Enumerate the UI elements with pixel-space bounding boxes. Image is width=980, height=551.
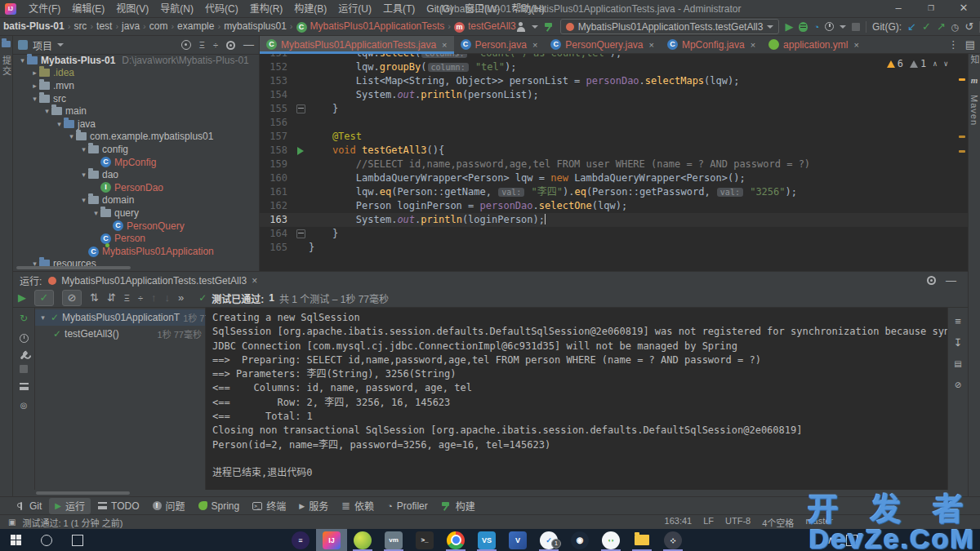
- tree-row[interactable]: ▾Mybatis-Plus-01D:\java\work\Mybatis-Plu…: [13, 54, 259, 67]
- status-item[interactable]: UTF-8: [725, 516, 751, 529]
- toolwindow-toggle-icon[interactable]: ▣: [8, 517, 16, 528]
- taskbar-idea[interactable]: IJ: [316, 529, 347, 551]
- tree-row[interactable]: ▸.idea: [13, 67, 259, 80]
- tree-row[interactable]: CMpConfig: [13, 156, 259, 169]
- build-hammer-icon[interactable]: [544, 21, 555, 32]
- tree-row[interactable]: ▾com.example.mybatisplus01: [13, 131, 259, 144]
- code-line[interactable]: 152 lqw.groupBy(column: "tel");: [260, 60, 968, 74]
- taskbar-steam[interactable]: ◉: [564, 529, 595, 551]
- close-icon[interactable]: ×: [853, 40, 858, 50]
- chevron-down-icon[interactable]: ▾: [55, 120, 64, 128]
- breadcrumb-item[interactable]: CMybatisPlus01ApplicationTests: [296, 20, 445, 32]
- code-line[interactable]: 154 System.out.println(personList);: [260, 88, 968, 102]
- menu-item-2[interactable]: 视图(V): [110, 0, 154, 18]
- git-rollback-button[interactable]: ↺: [964, 21, 973, 33]
- rerun-button[interactable]: ▶: [18, 292, 26, 304]
- expand-all-icon[interactable]: Ξ: [124, 292, 130, 304]
- fold-box-icon[interactable]: [296, 229, 305, 238]
- taskbar-explorer[interactable]: [626, 529, 657, 551]
- run-tab[interactable]: MybatisPlus01ApplicationTests.testGetAll…: [48, 275, 257, 287]
- chevron-down-icon[interactable]: [840, 25, 846, 29]
- editor-tab[interactable]: application.yml×: [762, 36, 866, 53]
- run-hscrollbar[interactable]: [36, 491, 130, 495]
- menu-item-0[interactable]: 文件(F): [23, 0, 66, 18]
- status-item[interactable]: LF: [703, 516, 714, 529]
- next-problem-icon[interactable]: ∨: [944, 58, 948, 69]
- tree-row[interactable]: ▾main: [13, 104, 259, 118]
- wrench-icon[interactable]: [20, 352, 28, 360]
- editor-tab[interactable]: CMpConfig.java×: [661, 36, 762, 53]
- tree-row[interactable]: CMybatisPlus01Application: [13, 245, 259, 258]
- code-line[interactable]: 162 Person loginPerson = personDao.selec…: [260, 199, 968, 213]
- editor-tab[interactable]: CPerson.java×: [454, 36, 545, 53]
- run-gutter-icon[interactable]: [297, 147, 304, 155]
- taskbar-wechat[interactable]: ◖◗: [595, 529, 626, 551]
- debug-button[interactable]: [799, 22, 808, 32]
- soft-wrap-icon[interactable]: ≡: [955, 316, 961, 327]
- close-icon[interactable]: ×: [442, 40, 447, 50]
- clear-console-icon[interactable]: ⊘: [955, 380, 961, 391]
- menu-item-1[interactable]: 编辑(E): [66, 0, 110, 18]
- breadcrumb-item[interactable]: batis-Plus-01: [3, 20, 65, 32]
- fold-icon[interactable]: [292, 102, 309, 116]
- error-stripe[interactable]: [957, 54, 967, 271]
- taskbar-eclipse[interactable]: ≡: [285, 529, 316, 551]
- tree-row[interactable]: ▾query: [13, 207, 259, 220]
- breadcrumb-item[interactable]: mybatisplus01: [224, 20, 287, 32]
- menu-item-3[interactable]: 导航(N): [154, 0, 199, 18]
- list-icon[interactable]: [20, 383, 29, 390]
- previous-test-icon[interactable]: ↑: [151, 292, 157, 304]
- run-console[interactable]: Creating a new SqlSession SqlSession [or…: [206, 308, 947, 490]
- tree-row[interactable]: ▾config: [13, 143, 259, 156]
- breadcrumb-item[interactable]: test: [96, 20, 112, 32]
- toolwindow-button-构建[interactable]: 构建: [435, 498, 481, 514]
- status-item[interactable]: 4个空格: [762, 516, 794, 529]
- breadcrumb-item[interactable]: example: [177, 20, 214, 32]
- close-icon[interactable]: ×: [252, 275, 257, 287]
- toolwindow-button-Git[interactable]: Git: [11, 498, 47, 514]
- expand-all-icon[interactable]: Ξ: [199, 39, 205, 51]
- stop-button[interactable]: [852, 23, 860, 31]
- close-icon[interactable]: ×: [751, 40, 755, 50]
- chevron-down-icon[interactable]: ▾: [42, 107, 51, 115]
- locate-file-icon[interactable]: [181, 40, 191, 50]
- chevron-down-icon[interactable]: ▾: [38, 313, 47, 322]
- hide-panel-icon[interactable]: —: [946, 275, 956, 287]
- code-line[interactable]: 158 void testGetAll3(){: [260, 144, 968, 158]
- code-line[interactable]: 164 }: [260, 227, 968, 241]
- code-line[interactable]: 156: [260, 116, 968, 130]
- chevron-right-icon[interactable]: ▸: [30, 69, 39, 77]
- rerun-icon[interactable]: ↻: [20, 313, 28, 324]
- tree-row[interactable]: IPersonDao: [13, 181, 259, 194]
- code-editor[interactable]: 151 lqw.select(columns: "count(*) as cou…: [260, 54, 968, 271]
- toolwindow-button-终端[interactable]: >_终端: [247, 498, 292, 514]
- test-row[interactable]: ✓testGetAll3()1秒 77毫秒: [35, 326, 205, 342]
- gear-icon[interactable]: [927, 276, 936, 285]
- tree-row[interactable]: ▾domain: [13, 194, 259, 207]
- taskbar-vscode[interactable]: VS: [471, 529, 502, 551]
- code-line[interactable]: 155 }: [260, 102, 968, 116]
- toolwindow-button-Spring[interactable]: Spring: [193, 498, 246, 514]
- test-row[interactable]: ▾✓MybatisPlus01ApplicationT1秒 77毫秒: [35, 309, 205, 326]
- sort-alphabetically-icon[interactable]: ⇅: [90, 292, 99, 304]
- taskbar-app-grid[interactable]: ⁘: [657, 529, 688, 551]
- pin-icon[interactable]: ◎: [20, 400, 28, 411]
- chevron-down-icon[interactable]: [532, 25, 538, 29]
- chevron-down-icon[interactable]: [57, 43, 64, 47]
- tree-row[interactable]: CPerson: [13, 232, 259, 245]
- status-item[interactable]: master: [805, 516, 833, 529]
- run-configuration-select[interactable]: MybatisPlus01ApplicationTests.testGetAll…: [560, 19, 780, 34]
- minimize-button[interactable]: –: [882, 0, 915, 17]
- tree-row[interactable]: ▾java: [13, 118, 259, 131]
- user-icon[interactable]: [516, 22, 526, 32]
- code-line[interactable]: 151 lqw.select(columns: "count(*) as cou…: [260, 54, 968, 60]
- next-test-icon[interactable]: ↓: [165, 292, 171, 304]
- status-message[interactable]: 测试通过: 1 (1 分钟 之前): [22, 516, 122, 529]
- editor-tab[interactable]: CPersonQuery.java×: [544, 36, 661, 53]
- chevron-down-icon[interactable]: ▾: [79, 145, 88, 153]
- menu-item-8[interactable]: 工具(T): [377, 0, 421, 18]
- breadcrumb-item[interactable]: mtestGetAll3: [454, 20, 516, 32]
- taskbar-navicat[interactable]: [347, 529, 378, 551]
- more-tabs-icon[interactable]: ⋮: [948, 39, 959, 51]
- commit-tool-button[interactable]: 提交: [0, 56, 13, 77]
